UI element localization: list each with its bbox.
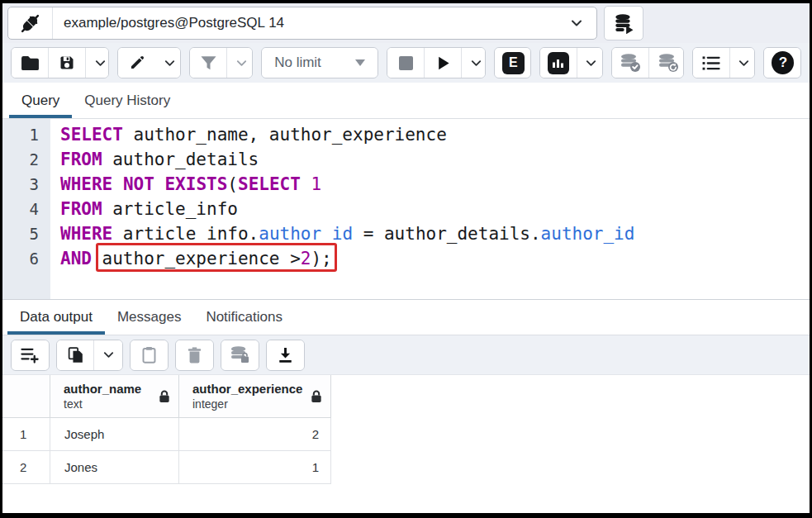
macros-button[interactable] bbox=[693, 48, 730, 78]
editor-tab-bar: Query Query History bbox=[2, 83, 810, 119]
lock-icon bbox=[311, 390, 322, 403]
code-line[interactable]: WHERE article_info.author_id = author_de… bbox=[60, 221, 810, 246]
sql-token-keyword: FROM bbox=[60, 150, 102, 169]
filter-button[interactable] bbox=[190, 48, 227, 78]
edit-button[interactable] bbox=[118, 48, 155, 78]
line-number: 2 bbox=[2, 147, 39, 172]
bar-chart-icon bbox=[548, 52, 569, 74]
column-name: author_experience bbox=[192, 382, 302, 397]
copy-button[interactable] bbox=[57, 340, 94, 370]
table-row[interactable]: 2Jones1 bbox=[2, 451, 810, 484]
author-name-cell[interactable]: Joseph bbox=[50, 418, 179, 451]
database-connection-icon bbox=[614, 13, 634, 34]
stop-button[interactable] bbox=[387, 48, 425, 78]
chevron-down-icon bbox=[738, 57, 750, 69]
copy-options-button[interactable] bbox=[94, 340, 122, 370]
tab-query-history[interactable]: Query History bbox=[72, 83, 183, 118]
code-line[interactable]: SELECT author_name, author_experience bbox=[60, 122, 810, 147]
save-file-button[interactable] bbox=[49, 48, 86, 78]
sql-editor[interactable]: 123456 SELECT author_name, author_experi… bbox=[2, 119, 810, 299]
chevron-down-icon bbox=[164, 57, 176, 69]
save-options-button[interactable] bbox=[86, 48, 109, 78]
database-save-icon bbox=[230, 345, 250, 364]
author-experience-cell[interactable]: 2 bbox=[179, 418, 331, 451]
explain-analyze-button[interactable] bbox=[540, 48, 577, 78]
row-number-cell[interactable]: 2 bbox=[2, 451, 50, 484]
code-line[interactable]: FROM article_info bbox=[60, 197, 810, 221]
filter-options-button[interactable] bbox=[227, 48, 253, 78]
new-connection-button[interactable] bbox=[604, 6, 643, 40]
author-name-cell[interactable]: Jones bbox=[50, 451, 179, 484]
explain-options-button[interactable] bbox=[577, 48, 604, 78]
sql-token-plain: author_name, author_experience bbox=[123, 125, 447, 145]
numbered-list-icon bbox=[701, 55, 721, 71]
grid-header: author_name text author_experience integ… bbox=[2, 375, 810, 418]
result-grid: author_name text author_experience integ… bbox=[2, 375, 810, 513]
delete-row-button[interactable] bbox=[176, 340, 213, 370]
stop-square-icon bbox=[399, 56, 413, 70]
open-file-button[interactable] bbox=[12, 48, 49, 78]
macros-options-button[interactable] bbox=[730, 48, 756, 78]
column-name: author_name bbox=[64, 382, 141, 397]
database-commit-icon bbox=[620, 53, 641, 73]
connection-bar: example/postgres@PostgreSQL 14 bbox=[2, 3, 810, 43]
connection-label: example/postgres@PostgreSQL 14 bbox=[53, 15, 570, 31]
trash-icon bbox=[188, 347, 202, 364]
clipboard-icon bbox=[141, 346, 157, 364]
save-data-changes-button[interactable] bbox=[221, 340, 259, 370]
code-line[interactable]: FROM author_details bbox=[60, 147, 810, 172]
row-limit-value: No limit bbox=[274, 55, 321, 71]
download-results-button[interactable] bbox=[267, 340, 304, 370]
add-row-icon bbox=[21, 346, 40, 364]
sql-token-keyword: SELECT bbox=[238, 174, 301, 194]
query-tool-window: example/postgres@PostgreSQL 14 bbox=[0, 0, 812, 518]
sql-token-plain: author_details bbox=[102, 150, 259, 169]
sql-token-keyword: NOT bbox=[123, 174, 154, 194]
folder-icon bbox=[21, 55, 40, 71]
paste-button[interactable] bbox=[131, 340, 168, 370]
explain-button[interactable]: E bbox=[495, 48, 531, 78]
chevron-down-icon[interactable] bbox=[570, 17, 596, 30]
table-row[interactable]: 1Joseph2 bbox=[2, 418, 810, 451]
grid-body: 1Joseph22Jones1 bbox=[2, 418, 810, 484]
chevron-down-icon bbox=[470, 57, 482, 69]
row-limit-select[interactable]: No limit bbox=[262, 48, 378, 78]
sql-token-plain bbox=[112, 174, 123, 194]
code-line[interactable]: WHERE NOT EXISTS(SELECT 1 bbox=[60, 172, 810, 197]
editor-gutter: 123456 bbox=[2, 119, 50, 299]
sql-token-plain: = author_details. bbox=[353, 224, 541, 244]
sql-token-property: author_id bbox=[259, 224, 353, 244]
row-number-cell[interactable]: 1 bbox=[2, 418, 50, 451]
tab-notifications[interactable]: Notifications bbox=[193, 300, 295, 335]
column-header-author-name[interactable]: author_name text bbox=[50, 375, 179, 418]
help-button[interactable]: ? bbox=[764, 48, 801, 78]
line-number: 6 bbox=[2, 246, 39, 271]
lock-icon bbox=[159, 390, 170, 403]
rollback-button[interactable] bbox=[649, 48, 683, 78]
connection-plug-icon bbox=[8, 7, 53, 39]
add-row-button[interactable] bbox=[12, 340, 49, 370]
grid-corner-cell[interactable] bbox=[2, 375, 50, 418]
code-line[interactable]: AND author_experience >2); bbox=[60, 246, 810, 271]
commit-button[interactable] bbox=[612, 48, 649, 78]
tab-messages[interactable]: Messages bbox=[105, 300, 193, 335]
database-rollback-icon bbox=[658, 53, 679, 73]
query-toolbar: No limit E bbox=[2, 43, 810, 83]
connection-selector[interactable]: example/postgres@PostgreSQL 14 bbox=[7, 7, 597, 40]
line-number: 4 bbox=[2, 197, 39, 221]
line-number: 1 bbox=[2, 122, 39, 147]
author-experience-cell[interactable]: 1 bbox=[179, 451, 331, 484]
tab-query[interactable]: Query bbox=[9, 83, 72, 118]
save-icon bbox=[59, 55, 75, 71]
editor-code[interactable]: SELECT author_name, author_experienceFRO… bbox=[50, 119, 810, 299]
execute-options-button[interactable] bbox=[462, 48, 485, 78]
output-tab-bar: Data output Messages Notifications bbox=[2, 299, 810, 335]
sql-token-plain: ); bbox=[311, 249, 331, 269]
tab-data-output[interactable]: Data output bbox=[7, 300, 105, 335]
execute-button[interactable] bbox=[425, 48, 462, 78]
column-header-author-experience[interactable]: author_experience integer bbox=[179, 375, 331, 418]
sql-token-plain: article_info bbox=[102, 199, 238, 219]
edit-options-button[interactable] bbox=[155, 48, 181, 78]
copy-icon bbox=[67, 346, 84, 364]
sql-token-keyword: WHERE bbox=[60, 174, 112, 194]
